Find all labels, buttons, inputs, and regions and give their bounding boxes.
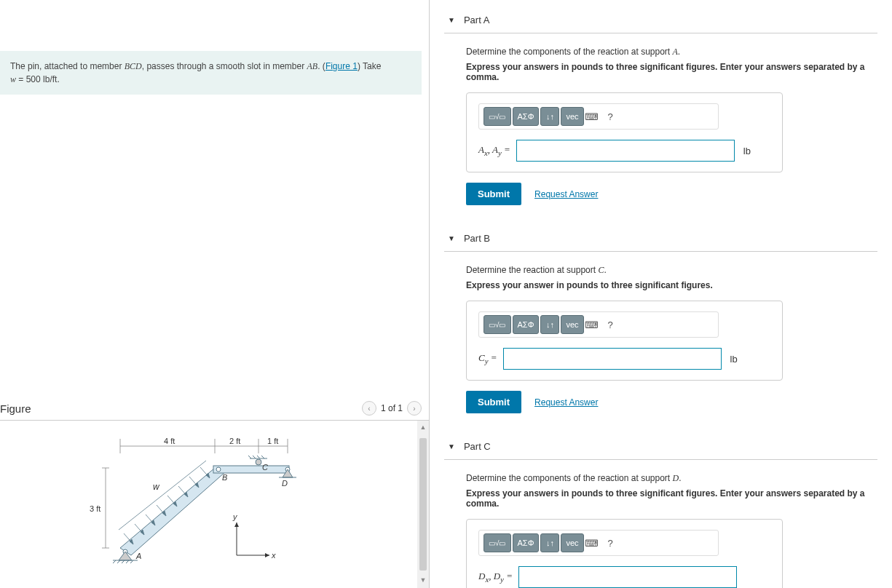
dim-2ft: 2 ft [229, 437, 240, 445]
template-button[interactable]: ▭√▭ [484, 107, 511, 126]
part-a-header[interactable]: ▼ Part A [444, 7, 877, 33]
template-button[interactable]: ▭√▭ [484, 533, 511, 552]
dim-3ft: 3 ft [90, 504, 100, 513]
scroll-thumb[interactable] [419, 438, 427, 571]
text: = 500 lb/ft. [16, 74, 60, 84]
greek-button[interactable]: ΑΣΦ [513, 315, 540, 334]
text: . ( [317, 61, 325, 71]
request-answer-link[interactable]: Request Answer [534, 189, 598, 199]
greek-button[interactable]: ΑΣΦ [513, 107, 540, 126]
answer-box: ▭√▭ ΑΣΦ ↓↑ vec ↶ ↷ ↻ ⌨ ? Ax, Ay = lb [466, 92, 783, 172]
label-c: C [262, 463, 268, 472]
vec-button[interactable]: vec [561, 315, 583, 334]
label-d: D [282, 479, 288, 488]
part-prompt: Determine the reaction at support C. [466, 265, 874, 276]
answer-box: ▭√▭ ΑΣΦ ↓↑ vec ↶ ↷ ↻ ⌨ ? Cy = lb [466, 301, 783, 381]
label-w: w [153, 482, 160, 492]
answer-input[interactable] [518, 566, 737, 588]
subscript-button[interactable]: ↓↑ [540, 315, 559, 334]
svg-point-29 [216, 467, 221, 472]
figure-canvas: 4 ft 2 ft 1 ft 3 ft [0, 421, 429, 588]
vec-button[interactable]: vec [561, 533, 583, 552]
help-icon[interactable]: ? [602, 535, 618, 551]
scroll-up-icon[interactable]: ▲ [419, 424, 427, 432]
caret-down-icon: ▼ [448, 442, 455, 450]
greek-button[interactable]: ΑΣΦ [513, 533, 540, 552]
caret-down-icon: ▼ [448, 16, 455, 24]
vec-button[interactable]: vec [561, 107, 583, 126]
part-instructions: Express your answers in pounds to three … [466, 488, 874, 509]
svg-point-30 [256, 459, 261, 465]
axis-y: y [232, 512, 238, 521]
answer-label: Dx, Dy = [478, 571, 513, 584]
label-b: B [222, 473, 227, 482]
figure-counter: 1 of 1 [381, 403, 403, 413]
svg-line-46 [130, 560, 133, 563]
help-icon[interactable]: ? [602, 108, 618, 124]
figure-scrollbar[interactable]: ▲ ▼ [417, 421, 429, 588]
subscript-button[interactable]: ↓↑ [540, 107, 559, 126]
answer-label: Cy = [478, 352, 497, 365]
equation-toolbar: ▭√▭ ΑΣΦ ↓↑ vec ↶ ↷ ↻ ⌨ ? [478, 311, 719, 338]
svg-line-33 [253, 456, 256, 458]
answer-input[interactable] [516, 140, 735, 162]
submit-button[interactable]: Submit [466, 391, 521, 413]
part-title: Part B [464, 233, 490, 244]
subscript-button[interactable]: ↓↑ [540, 533, 559, 552]
part-c-header[interactable]: ▼ Part C [444, 434, 877, 460]
var-bcd: BCD [125, 61, 142, 71]
var-w: w [10, 74, 16, 84]
part-prompt: Determine the components of the reaction… [466, 473, 874, 484]
problem-statement: The pin, attached to member BCD, passes … [0, 51, 422, 95]
part-title: Part A [464, 15, 489, 25]
part-prompt: Determine the components of the reaction… [466, 47, 874, 57]
text: The pin, attached to member [10, 61, 125, 71]
svg-rect-28 [213, 466, 289, 473]
part-title: Part C [464, 441, 491, 452]
request-answer-link[interactable]: Request Answer [534, 397, 598, 408]
svg-line-44 [122, 560, 125, 563]
svg-line-32 [248, 456, 251, 458]
template-button[interactable]: ▭√▭ [484, 315, 511, 334]
axis-x: x [271, 551, 276, 560]
text: , passes through a smooth slot in member [142, 61, 307, 71]
figure-next-button[interactable]: › [407, 401, 422, 416]
svg-line-34 [257, 456, 260, 458]
svg-line-45 [126, 560, 129, 563]
keyboard-icon[interactable]: ⌨ [583, 108, 599, 124]
figure-link[interactable]: Figure 1 [325, 61, 358, 71]
dim-1ft: 1 ft [267, 437, 278, 445]
part-b-header[interactable]: ▼ Part B [444, 226, 877, 252]
part-instructions: Express your answer in pounds to three s… [466, 280, 874, 290]
svg-line-42 [113, 560, 116, 563]
scroll-down-icon[interactable]: ▼ [419, 576, 427, 585]
label-a: A [135, 552, 141, 560]
text: ) Take [358, 61, 381, 71]
equation-toolbar: ▭√▭ ΑΣΦ ↓↑ vec ↶ ↷ ↻ ⌨ ? [478, 103, 719, 130]
svg-line-35 [261, 456, 264, 458]
keyboard-icon[interactable]: ⌨ [583, 535, 599, 551]
unit-label: lb [730, 354, 738, 365]
caret-down-icon: ▼ [448, 234, 455, 242]
equation-toolbar: ▭√▭ ΑΣΦ ↓↑ vec ↶ ↷ ↻ ⌨ ? [478, 530, 719, 556]
var-ab: AB [307, 61, 318, 71]
answer-box: ▭√▭ ΑΣΦ ↓↑ vec ↶ ↷ ↻ ⌨ ? Dx, Dy = [466, 519, 783, 588]
svg-line-43 [117, 560, 120, 563]
answer-label: Ax, Ay = [478, 144, 510, 157]
submit-button[interactable]: Submit [466, 183, 521, 205]
unit-label: lb [743, 146, 751, 156]
figure-prev-button[interactable]: ‹ [362, 401, 376, 416]
svg-marker-50 [234, 523, 239, 527]
figure-title: Figure [0, 402, 31, 415]
svg-marker-10 [120, 468, 226, 555]
svg-marker-48 [265, 553, 269, 557]
keyboard-icon[interactable]: ⌨ [583, 317, 599, 333]
answer-input[interactable] [503, 348, 722, 370]
part-instructions: Express your answers in pounds to three … [466, 62, 874, 82]
dim-4ft: 4 ft [164, 437, 175, 445]
help-icon[interactable]: ? [602, 317, 618, 333]
